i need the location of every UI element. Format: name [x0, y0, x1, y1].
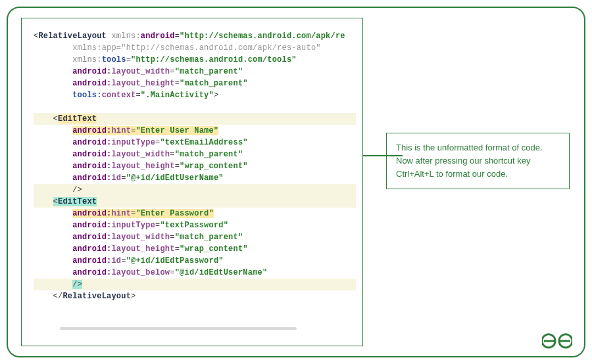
- code-line: android:inputType="textEmailAddress": [34, 137, 356, 148]
- annotation-line: Now after pressing our shortcut key: [396, 154, 560, 168]
- code-line: xmlns:app="http://schemas.android.com/ap…: [34, 42, 356, 54]
- code-line: android:layout_height="wrap_content": [34, 243, 356, 255]
- code-line: xmlns:tools="http://schemas.android.com/…: [34, 54, 356, 66]
- code-line: android:layout_below="@id/idEdtUserName": [34, 267, 356, 279]
- code-line: android:inputType="textPassword": [34, 219, 356, 231]
- code-line: android:id="@+id/idEdtUserName": [34, 172, 356, 184]
- code-line: <EditText: [34, 196, 356, 208]
- code-line: android:id="@+id/idEdtPassword": [34, 255, 356, 267]
- annotation-line: Ctrl+Alt+L to format our code.: [396, 168, 560, 181]
- code-line: [34, 101, 356, 113]
- annotation-box: This is the unformatted format of code. …: [386, 133, 570, 189]
- annotation-line: This is the unformatted format of code.: [396, 141, 560, 154]
- code-line: tools:context=".MainActivity">: [34, 89, 356, 101]
- code-line: />: [34, 279, 356, 290]
- code-line: android:hint="Enter Password": [34, 208, 356, 219]
- geeksforgeeks-logo-icon: [542, 331, 572, 351]
- code-line: android:hint="Enter User Name": [34, 125, 356, 137]
- code-line: android:layout_width="match_parent": [34, 231, 356, 243]
- document-frame: <RelativeLayout xmlns:android="http://sc…: [7, 7, 585, 357]
- code-line: android:layout_width="match_parent": [34, 66, 356, 78]
- code-line: <EditText: [34, 113, 356, 125]
- code-line: android:layout_height="wrap_content": [34, 160, 356, 172]
- code-line: </RelativeLayout>: [34, 290, 356, 302]
- code-line: <RelativeLayout xmlns:android="http://sc…: [34, 30, 356, 42]
- code-line: />: [34, 184, 356, 196]
- scrollbar-horizontal[interactable]: [60, 327, 297, 330]
- code-panel: <RelativeLayout xmlns:android="http://sc…: [21, 18, 363, 346]
- code-line: android:layout_width="match_parent": [34, 148, 356, 160]
- code-line: android:layout_height="match_parent": [34, 78, 356, 89]
